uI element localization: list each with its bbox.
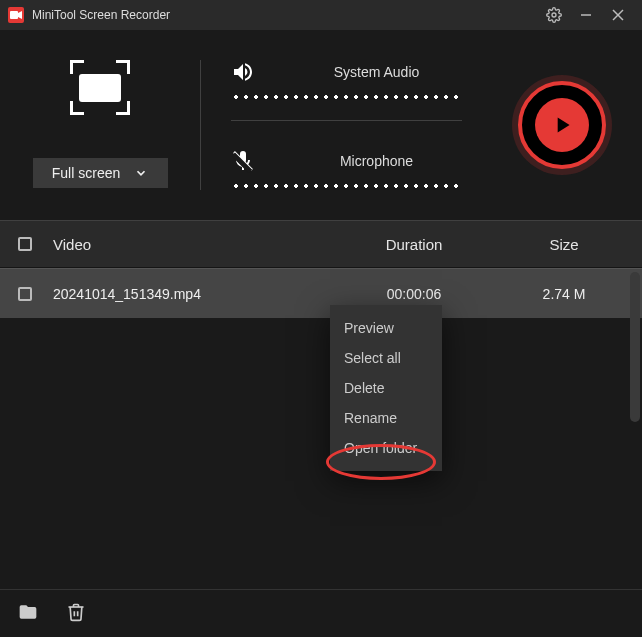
- row-size: 2.74 M: [504, 286, 624, 302]
- capture-mode-select[interactable]: Full screen: [33, 158, 168, 188]
- speaker-icon: [231, 60, 255, 84]
- close-button[interactable]: [602, 0, 634, 30]
- titlebar: MiniTool Screen Recorder: [0, 0, 642, 30]
- row-checkbox[interactable]: [18, 287, 32, 301]
- divider: [231, 120, 462, 121]
- system-audio-row: System Audio: [231, 60, 462, 84]
- column-header-duration: Duration: [324, 236, 504, 253]
- column-header-video: Video: [53, 236, 324, 253]
- microphone-level: [231, 183, 462, 189]
- context-menu-open-folder[interactable]: Open folder: [330, 433, 442, 463]
- minimize-button[interactable]: [570, 0, 602, 30]
- delete-button[interactable]: [66, 602, 86, 626]
- chevron-down-icon: [134, 166, 148, 180]
- context-menu-preview[interactable]: Preview: [330, 313, 442, 343]
- select-all-checkbox[interactable]: [18, 237, 32, 251]
- column-header-size: Size: [504, 236, 624, 253]
- capture-mode-label: Full screen: [52, 165, 120, 181]
- footer-toolbar: [0, 589, 642, 637]
- context-menu: Preview Select all Delete Rename Open fo…: [330, 305, 442, 471]
- context-menu-delete[interactable]: Delete: [330, 373, 442, 403]
- open-folder-button[interactable]: [18, 602, 38, 626]
- row-video-name: 20241014_151349.mp4: [53, 286, 324, 302]
- recordings-table-header: Video Duration Size: [0, 220, 642, 268]
- system-audio-toggle[interactable]: [231, 60, 271, 84]
- microphone-toggle[interactable]: [231, 149, 271, 173]
- microphone-label: Microphone: [291, 153, 462, 169]
- row-duration: 00:00:06: [324, 286, 504, 302]
- microphone-row: Microphone: [231, 149, 462, 173]
- play-icon: [549, 112, 575, 138]
- trash-icon: [66, 602, 86, 622]
- capture-area-section: Full screen: [0, 30, 200, 220]
- record-section: [482, 30, 642, 220]
- recordings-table-body: 20241014_151349.mp4 00:00:06 2.74 M: [0, 268, 642, 588]
- context-menu-select-all[interactable]: Select all: [330, 343, 442, 373]
- settings-button[interactable]: [538, 0, 570, 30]
- app-logo-icon: [8, 7, 24, 23]
- record-button[interactable]: [518, 81, 606, 169]
- table-row[interactable]: 20241014_151349.mp4 00:00:06 2.74 M: [0, 268, 642, 318]
- system-audio-level: [231, 94, 462, 100]
- svg-point-1: [552, 13, 556, 17]
- app-title: MiniTool Screen Recorder: [32, 8, 170, 22]
- audio-section: System Audio Microphone: [201, 30, 482, 220]
- microphone-muted-icon: [231, 149, 255, 173]
- svg-rect-0: [10, 11, 18, 19]
- folder-open-icon: [18, 602, 38, 622]
- scrollbar[interactable]: [630, 272, 640, 422]
- system-audio-label: System Audio: [291, 64, 462, 80]
- context-menu-rename[interactable]: Rename: [330, 403, 442, 433]
- capture-region-icon[interactable]: [55, 55, 145, 120]
- top-panel: Full screen System Audio Microphone: [0, 30, 642, 220]
